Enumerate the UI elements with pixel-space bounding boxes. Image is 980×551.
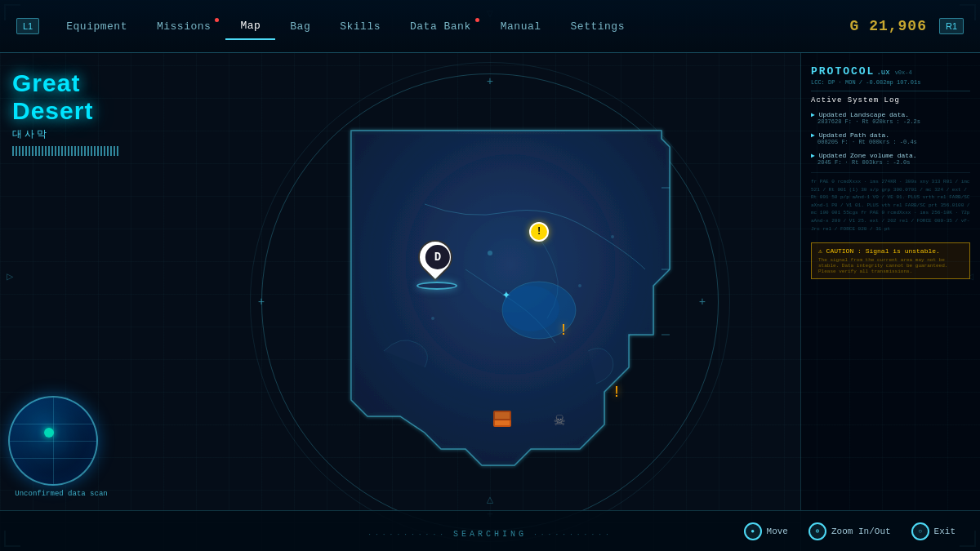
control-exit: ○ Exit [911, 522, 956, 540]
control-zoom: ⊕ Zoom In/Out [808, 522, 891, 540]
player-pin-inner: D [425, 245, 450, 269]
nav-item-bag[interactable]: Bag [275, 14, 325, 39]
globe-circle [8, 396, 98, 486]
enemy-marker: ☠ [554, 409, 564, 431]
nav-item-databank[interactable]: Data Bank [395, 14, 486, 39]
control-zoom-label: Zoom In/Out [831, 527, 891, 536]
left-panel: Great Desert 대사막 Unconfirmed data scan [0, 53, 180, 551]
nav-item-equipment[interactable]: Equipment [51, 14, 142, 39]
globe-grid-v1 [53, 398, 54, 484]
control-btn-move: ● [744, 522, 762, 540]
currency-display: G 21,906 [850, 18, 927, 34]
globe-label: Unconfirmed data scan [8, 490, 114, 498]
searching-dots-right: ··········· [533, 531, 612, 538]
globe-widget: Unconfirmed data scan [8, 396, 114, 502]
searching-dots-left: ··········· [368, 531, 447, 538]
svg-point-5 [611, 235, 614, 238]
databank-dot [475, 18, 479, 22]
chest-icon [493, 412, 511, 427]
control-btn-exit: ○ [911, 522, 929, 540]
nav-items: Equipment Missions Map Bag Skills Data B… [51, 13, 849, 40]
nav-item-map[interactable]: Map [225, 13, 275, 40]
nav-item-settings[interactable]: Settings [556, 14, 639, 39]
quest-marker: ! [529, 222, 549, 242]
nav-bar: L1 Equipment Missions Map Bag Skills Dat… [0, 0, 980, 53]
player-marker: D [418, 240, 456, 286]
svg-point-2 [488, 251, 492, 256]
searching-label: Searching [453, 530, 527, 539]
skull-icon: ☠ [554, 411, 564, 431]
control-move: ● Move [744, 522, 788, 540]
control-exit-label: Exit [934, 527, 956, 536]
nav-item-manual[interactable]: Manual [486, 14, 556, 39]
region-title: Great Desert [12, 69, 167, 125]
map-territory[interactable]: D ! ✦ ! ! [302, 106, 710, 498]
nav-button-l1[interactable]: L1 [16, 18, 39, 34]
missions-dot [215, 18, 219, 22]
control-move-label: Move [767, 527, 788, 536]
region-subtitle: 대사막 [12, 127, 167, 141]
warning-marker-2: ! [612, 383, 621, 402]
bottom-controls: ● Move ⊕ Zoom In/Out ○ Exit [744, 522, 956, 540]
ally-icon: ✦ [502, 287, 511, 303]
warning-icon-2: ! [612, 383, 621, 402]
ally-marker: ✦ [502, 285, 511, 303]
barcode [12, 146, 118, 156]
nav-item-skills[interactable]: Skills [325, 14, 395, 39]
searching-bar: ··········· Searching ··········· [368, 530, 612, 539]
svg-point-4 [431, 317, 434, 320]
nav-item-missions[interactable]: Missions [142, 14, 225, 39]
nav-button-r1[interactable]: R1 [939, 18, 964, 34]
control-btn-zoom: ⊕ [808, 522, 826, 540]
quest-icon: ! [529, 222, 549, 242]
svg-point-3 [578, 284, 581, 287]
warning-marker-1: ! [559, 320, 568, 339]
warning-icon-1: ! [559, 320, 568, 339]
bottom-bar: ··········· Searching ··········· ● Move… [0, 510, 980, 551]
player-ring [416, 282, 457, 290]
chest-marker [493, 412, 511, 427]
